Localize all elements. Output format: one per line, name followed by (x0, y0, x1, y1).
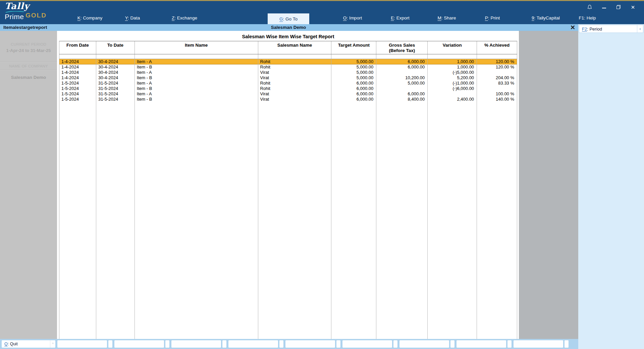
cell: 1-4-2024 (59, 64, 96, 70)
cell: Item - B (135, 64, 258, 70)
grid-column (135, 102, 258, 339)
grid-column (96, 102, 135, 339)
cell: 10,200.00 (376, 75, 428, 81)
f2-hotkey: F2 (579, 27, 587, 32)
menu-item-help[interactable]: F1: Help (579, 15, 596, 20)
empty-button-slot (342, 340, 392, 348)
logo-swoosh-icon (5, 11, 24, 13)
panel-collapse-icon[interactable]: ‹ (637, 25, 643, 33)
empty-button-sliver (393, 340, 397, 348)
cell: 2,400.00 (428, 97, 477, 102)
cell: Item - B (135, 86, 258, 91)
grid-column (376, 102, 428, 339)
cell: 120.00 % (477, 64, 517, 70)
column-header: Item Name (135, 41, 258, 54)
cell (376, 86, 428, 91)
empty-button-sliver (450, 340, 454, 348)
minimize-icon[interactable] (601, 4, 607, 10)
quit-hotkey: Q (2, 342, 8, 346)
column-header: From Date (59, 41, 96, 54)
current-period-value[interactable]: 1-Apr-24 to 31-Mar-25 (0, 48, 57, 53)
cell (428, 54, 477, 59)
table-header-row: From DateTo DateItem NameSalesman NameTa… (59, 41, 517, 54)
table-blank-row (59, 54, 517, 59)
menu-item-exchange[interactable]: Z: Exchange (172, 15, 197, 20)
empty-button-slot (228, 340, 278, 348)
cell: 8,400.00 (376, 97, 428, 102)
menu-item-goto[interactable]: G: Go To (268, 13, 309, 24)
table-row[interactable]: 1-4-202430-4-2024Item - BVirat5,000.0010… (59, 75, 517, 81)
empty-button-slot (114, 340, 164, 348)
cell: Item - A (135, 59, 258, 64)
empty-button-slot (399, 340, 449, 348)
logo-tally-text: Tally (5, 2, 55, 10)
cell: (-)1,000.00 (428, 81, 477, 86)
table-row[interactable]: 1-4-202430-4-2024Item - ARohit5,000.006,… (59, 59, 517, 64)
quit-expand-caret-icon[interactable]: ^ (50, 340, 55, 348)
cell: 30-4-2024 (96, 59, 135, 64)
cell: 6,000.00 (331, 81, 376, 86)
cell: 5,000.00 (331, 70, 376, 75)
grid-column (331, 102, 376, 339)
cell: 5,000.00 (331, 75, 376, 81)
cell (59, 54, 96, 59)
menu-item-data[interactable]: Y: Data (125, 15, 140, 20)
report-title-bar: Itemalestargetreport Salesman Demo ✕ (0, 24, 578, 31)
menu-item-export[interactable]: E: Export (391, 15, 410, 20)
edition-badge: GOLD (25, 12, 47, 19)
cell: 31-5-2024 (96, 97, 135, 102)
table-row[interactable]: 1-5-202431-5-2024Item - BVirat6,000.008,… (59, 97, 517, 102)
company-value[interactable]: Salesman Demo (0, 75, 57, 80)
cell: Rohit (258, 64, 332, 70)
tallyprime-logo: Tally Prime GOLD (5, 2, 55, 24)
cell: (-)5,000.00 (428, 70, 477, 75)
cell: 5,000.00 (331, 59, 376, 64)
cell: 1-5-2024 (59, 97, 96, 102)
cell: 31-5-2024 (96, 81, 135, 86)
table-row[interactable]: 1-4-202430-4-2024Item - BRohit5,000.006,… (59, 64, 517, 70)
cell: Virat (258, 97, 332, 102)
quit-button[interactable]: Q : Quit ^ (2, 340, 55, 348)
cell: 83.33 % (477, 81, 517, 86)
cell: 5,200.00 (428, 75, 477, 81)
cell: 1,000.00 (428, 64, 477, 70)
table-row[interactable]: 1-4-202430-4-2024Item - AVirat5,000.00(-… (59, 70, 517, 75)
f2-period-button[interactable]: F2 : Period ‹ (579, 25, 643, 33)
empty-button-slot (57, 340, 107, 348)
empty-button-slot (457, 340, 506, 348)
cell: 120.00 % (477, 59, 517, 64)
empty-button-sliver (565, 340, 569, 348)
table-empty-grid (59, 102, 517, 339)
column-header: Target Amount (331, 41, 376, 54)
close-icon[interactable]: ✕ (630, 4, 636, 10)
column-header: Salesman Name (258, 41, 332, 54)
bell-icon[interactable] (587, 4, 592, 10)
cell: 1,000.00 (428, 59, 477, 64)
cell: 5,000.00 (376, 81, 428, 86)
empty-button-slot (514, 340, 563, 348)
table-row[interactable]: 1-5-202431-5-2024Item - ARohit6,000.005,… (59, 81, 517, 86)
cell: Rohit (258, 59, 332, 64)
cell: Virat (258, 70, 332, 75)
sidebar-divider (0, 62, 57, 62)
restore-icon[interactable] (616, 4, 621, 10)
cell: 6,000.00 (376, 91, 428, 97)
cell: Item - A (135, 91, 258, 97)
info-sidebar: CURRENT PERIOD 1-Apr-24 to 31-Mar-25 NAM… (0, 31, 57, 339)
cell: 6,000.00 (331, 91, 376, 97)
cell: 31-5-2024 (96, 91, 135, 97)
table-row[interactable]: 1-5-202431-5-2024Item - AVirat6,000.006,… (59, 91, 517, 97)
cell: 1-5-2024 (59, 91, 96, 97)
window-controls: ✕ (587, 4, 636, 10)
menu-item-print[interactable]: P: Print (485, 15, 500, 20)
table-row[interactable]: 1-5-202431-5-2024Item - BRohit6,000.00(-… (59, 86, 517, 91)
cell: Rohit (258, 81, 332, 86)
breadcrumb-report-name: Itemalestargetreport (3, 24, 47, 31)
cell: 6,000.00 (331, 97, 376, 102)
menu-item-company[interactable]: K: Company (77, 15, 102, 20)
menu-item-import[interactable]: O: Import (343, 15, 362, 20)
menu-item-share[interactable]: M: Share (438, 15, 456, 20)
report-close-icon[interactable]: ✕ (570, 23, 575, 32)
empty-button-sliver (279, 340, 283, 348)
menu-item-tallycapital[interactable]: 9: TallyCapital (532, 15, 560, 20)
